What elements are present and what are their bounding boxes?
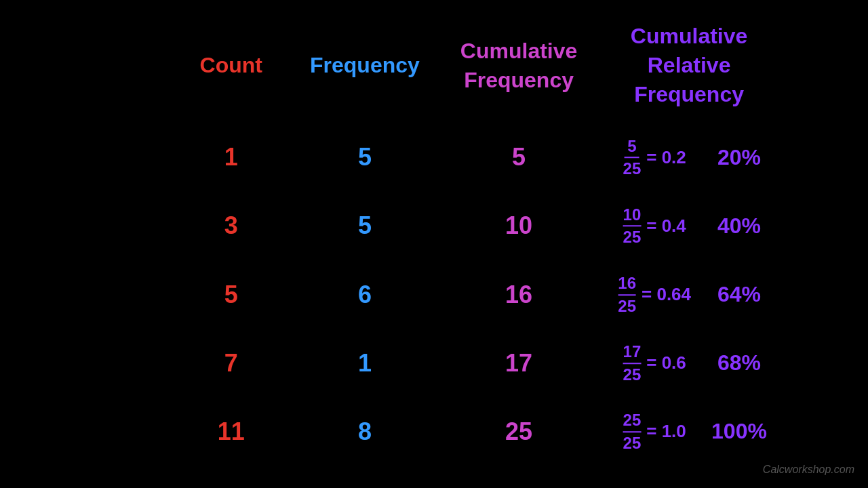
count-value: 3 <box>173 192 290 260</box>
frequency-value: 5 <box>290 123 440 192</box>
cumulative-relative-frequency-percent: 100% <box>698 398 781 466</box>
cumulative-relative-frequency-fraction: 525= 0.2 <box>597 123 698 192</box>
count-value: 5 <box>173 260 290 329</box>
count-header: Count <box>173 22 290 123</box>
cumulative-frequency-value: 16 <box>440 260 597 329</box>
cumulative-relative-frequency-fraction: 2525= 1.0 <box>597 398 698 466</box>
frequency-header: Frequency <box>290 22 440 123</box>
frequency-value: 8 <box>290 398 440 466</box>
cumulative-relative-frequency-percent: 40% <box>698 192 781 260</box>
cumulative-frequency-value: 5 <box>440 123 597 192</box>
frequency-value: 6 <box>290 260 440 329</box>
cumulative-relative-frequency-header: Cumulative RelativeFrequency <box>597 22 781 123</box>
cumulative-frequency-value: 25 <box>440 398 597 466</box>
frequency-value: 1 <box>290 329 440 397</box>
cumulative-relative-frequency-percent: 68% <box>698 329 781 397</box>
table-row: 118252525= 1.0100% <box>173 398 781 466</box>
watermark: Calcworkshop.com <box>763 464 854 476</box>
cumulative-relative-frequency-fraction: 1625= 0.64 <box>597 260 698 329</box>
cumulative-relative-frequency-fraction: 1725= 0.6 <box>597 329 698 397</box>
cumulative-relative-frequency-percent: 20% <box>698 123 781 192</box>
count-value: 7 <box>173 329 290 397</box>
cumulative-relative-frequency-percent: 64% <box>698 260 781 329</box>
frequency-value: 5 <box>290 192 440 260</box>
count-value: 1 <box>173 123 290 192</box>
cumulative-frequency-value: 17 <box>440 329 597 397</box>
count-value: 11 <box>173 398 290 466</box>
cumulative-frequency-value: 10 <box>440 192 597 260</box>
table-row: 71171725= 0.668% <box>173 329 781 397</box>
cumulative-relative-frequency-fraction: 1025= 0.4 <box>597 192 698 260</box>
cumulative-frequency-header: CumulativeFrequency <box>440 22 597 123</box>
table-row: 35101025= 0.440% <box>173 192 781 260</box>
table-row: 56161625= 0.6464% <box>173 260 781 329</box>
table-row: 155525= 0.220% <box>173 123 781 192</box>
